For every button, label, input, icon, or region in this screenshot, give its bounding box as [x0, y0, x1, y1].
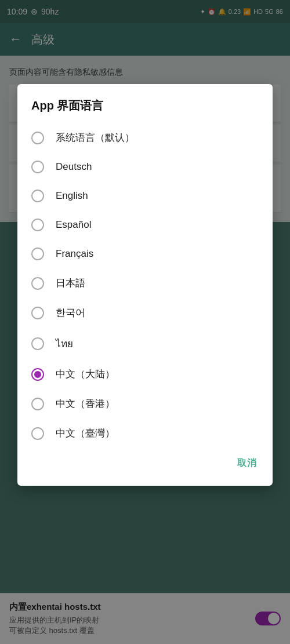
radio-label-de: Deutsch — [56, 161, 92, 173]
radio-circle-sys — [31, 132, 44, 144]
language-option-ja[interactable]: 日本語 — [17, 268, 273, 298]
radio-label-sys: 系统语言（默认） — [56, 131, 135, 144]
language-option-hk[interactable]: 中文（香港） — [17, 389, 273, 419]
language-option-ko[interactable]: 한국어 — [17, 298, 273, 328]
language-option-th[interactable]: ไทย — [17, 328, 273, 359]
radio-circle-th — [31, 337, 44, 350]
language-option-en[interactable]: English — [17, 181, 273, 210]
radio-label-ko: 한국어 — [56, 306, 85, 319]
radio-label-fr: Français — [56, 248, 93, 260]
radio-circle-ja — [31, 277, 44, 290]
dialog-actions: 取消 — [17, 448, 273, 481]
language-option-fr[interactable]: Français — [17, 239, 273, 268]
language-option-es[interactable]: Español — [17, 210, 273, 239]
radio-circle-zh — [31, 368, 44, 381]
language-option-zh[interactable]: 中文（大陆） — [17, 359, 273, 389]
radio-label-ja: 日本語 — [56, 276, 85, 290]
radio-circle-tw — [31, 427, 44, 440]
radio-circle-ko — [31, 307, 44, 319]
language-dialog: App 界面语言 系统语言（默认）DeutschEnglishEspañolFr… — [17, 84, 273, 486]
language-option-de[interactable]: Deutsch — [17, 152, 273, 181]
radio-label-tw: 中文（臺灣） — [56, 427, 115, 440]
language-option-tw[interactable]: 中文（臺灣） — [17, 419, 273, 448]
radio-circle-hk — [31, 398, 44, 410]
radio-circle-de — [31, 161, 44, 173]
radio-circle-en — [31, 190, 44, 202]
language-option-sys[interactable]: 系统语言（默认） — [17, 123, 273, 152]
radio-label-hk: 中文（香港） — [56, 397, 115, 410]
radio-label-th: ไทย — [56, 336, 73, 351]
language-options-list: 系统语言（默认）DeutschEnglishEspañolFrançais日本語… — [17, 123, 273, 448]
radio-label-en: English — [56, 190, 88, 202]
radio-label-zh: 中文（大陆） — [56, 368, 115, 381]
radio-circle-es — [31, 219, 44, 231]
dialog-title: App 界面语言 — [17, 98, 273, 123]
cancel-button[interactable]: 取消 — [230, 453, 263, 474]
radio-label-es: Español — [56, 219, 91, 231]
radio-circle-fr — [31, 248, 44, 260]
